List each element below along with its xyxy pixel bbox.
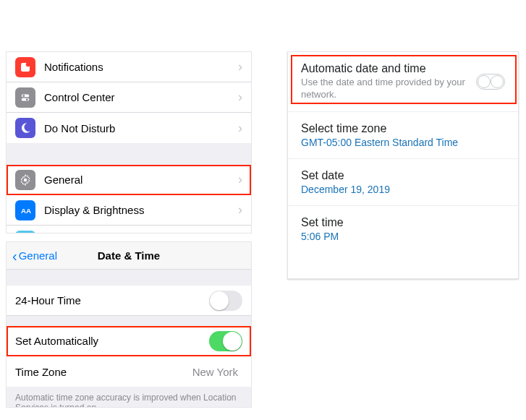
row-label: Control Center	[44, 91, 238, 103]
ios-settings-panel: Notifications › Control Center › Do Not …	[6, 51, 252, 233]
chevron-right-icon: ›	[238, 121, 242, 136]
row-wallpaper[interactable]: Wallpaper ›	[7, 226, 251, 233]
svg-point-4	[22, 94, 25, 96]
row-auto-datetime[interactable]: Automatic date and time Use the date and…	[288, 52, 518, 112]
row-general[interactable]: General ›	[7, 165, 251, 195]
toggle-24h[interactable]	[209, 291, 242, 311]
ios-settings-group-mid: General › AA Display & Brightness › Wall…	[7, 165, 251, 233]
back-button[interactable]: ‹ General	[12, 249, 57, 263]
chevron-right-icon: ›	[238, 90, 242, 105]
row-label: General	[44, 173, 238, 186]
toggle-set-auto[interactable]	[209, 331, 242, 351]
datetime-group: 24-Hour Time Set Automatically Time Zone…	[7, 286, 251, 387]
ios-settings-group-top: Notifications › Control Center › Do Not …	[7, 52, 251, 143]
row-value: 5:06 PM	[301, 231, 505, 242]
row-display[interactable]: AA Display & Brightness ›	[7, 195, 251, 226]
page-title: Date & Time	[98, 249, 160, 262]
control-center-icon	[15, 87, 35, 108]
toggle-auto-datetime[interactable]	[476, 74, 505, 90]
display-icon: AA	[15, 200, 35, 220]
wallpaper-icon	[15, 231, 35, 233]
row-control-center[interactable]: Control Center ›	[7, 82, 251, 113]
notifications-icon	[15, 57, 35, 77]
row-notifications[interactable]: Notifications ›	[7, 52, 251, 82]
row-title: Set date	[301, 169, 505, 182]
row-label: 24-Hour Time	[15, 294, 209, 307]
row-title: Set time	[301, 216, 505, 229]
row-select-tz[interactable]: Select time zone GMT-05:00 Eastern Stand…	[288, 112, 518, 159]
row-label: Notifications	[44, 61, 238, 73]
row-label: Time Zone	[15, 366, 192, 378]
chevron-right-icon: ›	[238, 202, 242, 218]
section-gap	[7, 143, 251, 165]
row-subtitle: Use the date and time provided by your n…	[301, 77, 476, 101]
chevron-right-icon: ›	[238, 59, 242, 74]
general-icon	[15, 170, 35, 190]
row-value: December 19, 2019	[301, 184, 505, 195]
row-time-zone[interactable]: Time Zone New York	[7, 356, 251, 387]
row-label: Set Automatically	[15, 335, 209, 347]
chevron-right-icon: ›	[238, 233, 242, 234]
row-set-date[interactable]: Set date December 19, 2019	[288, 159, 518, 206]
chevron-left-icon: ‹	[12, 249, 17, 263]
svg-text:AA: AA	[21, 206, 31, 214]
row-title: Select time zone	[301, 122, 505, 135]
back-label: General	[19, 249, 57, 262]
chevron-right-icon: ›	[238, 172, 242, 187]
svg-point-6	[24, 178, 27, 181]
row-set-auto[interactable]: Set Automatically	[7, 326, 251, 356]
android-datetime-panel: Automatic date and time Use the date and…	[287, 51, 519, 279]
row-set-time[interactable]: Set time 5:06 PM	[288, 206, 518, 252]
row-label: Do Not Disturb	[44, 122, 238, 134]
svg-point-1	[26, 62, 30, 67]
row-title: Automatic date and time	[301, 62, 476, 75]
row-dnd[interactable]: Do Not Disturb ›	[7, 113, 251, 143]
row-label: Display & Brightness	[44, 204, 238, 216]
ios-datetime-panel: ‹ General Date & Time 24-Hour Time Set A…	[6, 241, 252, 408]
section-gap	[7, 270, 251, 286]
row-value: GMT-05:00 Eastern Standard Time	[301, 137, 505, 148]
dnd-icon	[15, 118, 35, 138]
footnote: Automatic time zone accuracy is improved…	[7, 387, 251, 408]
nav-header: ‹ General Date & Time	[7, 242, 251, 270]
row-24h[interactable]: 24-Hour Time	[7, 286, 251, 316]
svg-point-5	[26, 98, 28, 100]
section-gap	[7, 316, 251, 326]
row-value: New York	[192, 366, 238, 378]
